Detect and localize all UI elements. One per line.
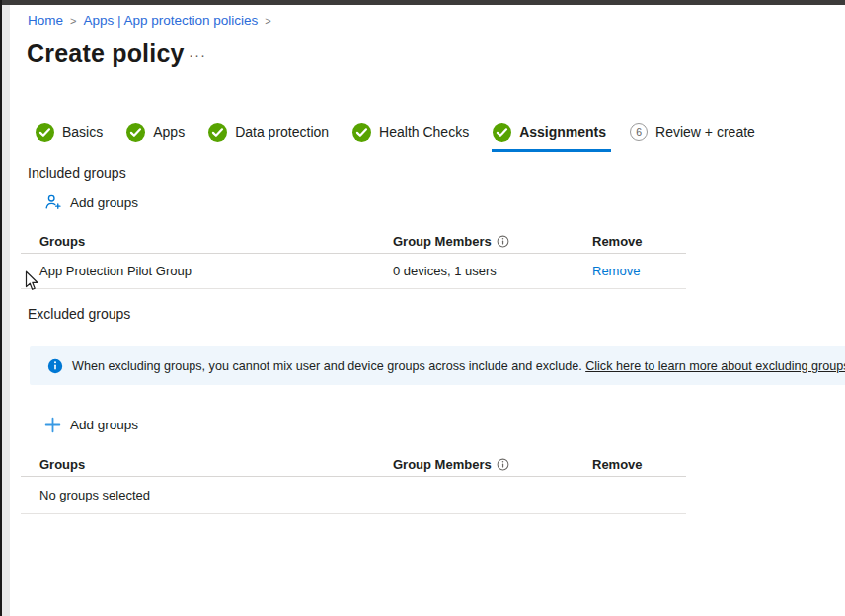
banner-message: When excluding groups, you cannot mix us… [72, 359, 845, 373]
plus-icon [43, 416, 62, 434]
tab-assignments[interactable]: Assignments [493, 123, 606, 142]
step-number-icon: 6 [630, 123, 648, 141]
page-title: Create policy [27, 39, 185, 68]
breadcrumb-home[interactable]: Home [28, 13, 63, 28]
table-header-row: Groups Group Members Remove [21, 453, 686, 477]
column-header-remove: Remove [592, 457, 686, 472]
add-excluded-groups-button[interactable]: Add groups [43, 416, 138, 434]
tab-label: Review + create [655, 124, 755, 140]
chevron-right-icon: > [63, 15, 83, 27]
included-groups-heading: Included groups [28, 165, 126, 181]
check-circle-icon [36, 123, 54, 142]
mouse-cursor [25, 270, 39, 292]
column-header-remove: Remove [592, 234, 686, 249]
no-groups-selected-text: No groups selected [39, 488, 393, 502]
remove-group-link[interactable]: Remove [592, 264, 640, 278]
info-banner: When excluding groups, you cannot mix us… [30, 346, 845, 385]
more-options-button[interactable]: ··· [189, 46, 206, 63]
tab-data-protection[interactable]: Data protection [208, 123, 329, 142]
tab-label: Apps [153, 124, 185, 140]
blade-left-gutter [2, 5, 10, 616]
group-members-cell: 0 devices, 1 users [393, 264, 592, 278]
tab-apps[interactable]: Apps [126, 123, 185, 142]
column-header-groups: Groups [39, 234, 393, 249]
column-header-group-members: Group Members [393, 457, 592, 472]
check-circle-icon [126, 123, 145, 142]
tab-basics[interactable]: Basics [36, 123, 103, 142]
chevron-right-icon: > [258, 15, 277, 27]
column-header-groups: Groups [39, 457, 393, 472]
top-border-bar [0, 0, 845, 5]
excluded-groups-heading: Excluded groups [28, 306, 130, 322]
group-name-cell: App Protection Pilot Group [39, 264, 393, 278]
check-circle-icon [493, 123, 511, 142]
add-groups-label: Add groups [70, 195, 138, 210]
breadcrumb: Home > Apps | App protection policies > [28, 13, 278, 28]
excluded-groups-table: Groups Group Members Remove No groups se… [21, 453, 686, 514]
tab-label: Data protection [235, 124, 329, 140]
tab-label: Health Checks [379, 124, 469, 140]
column-header-group-members: Group Members [393, 234, 592, 249]
add-included-groups-button[interactable]: Add groups [44, 193, 138, 211]
tab-review-create[interactable]: 6 Review + create [630, 123, 755, 141]
check-circle-icon [352, 123, 371, 142]
info-filled-icon [47, 358, 63, 374]
add-groups-label: Add groups [70, 418, 138, 432]
empty-table-row: No groups selected [21, 477, 686, 514]
info-icon[interactable] [497, 458, 509, 471]
included-groups-table: Groups Group Members Remove App Protecti… [21, 230, 686, 289]
check-circle-icon [208, 123, 227, 142]
tab-label: Basics [62, 124, 103, 140]
wizard-tab-bar: Basics Apps Data protection Health Check… [36, 119, 755, 145]
info-icon[interactable] [497, 235, 509, 248]
table-header-row: Groups Group Members Remove [21, 230, 686, 254]
tab-health-checks[interactable]: Health Checks [352, 123, 469, 142]
table-row: App Protection Pilot Group 0 devices, 1 … [21, 254, 686, 289]
tab-label: Assignments [519, 124, 606, 140]
person-add-icon [44, 193, 62, 211]
banner-learn-more-link[interactable]: Click here to learn more about excluding… [585, 359, 845, 373]
breadcrumb-apps-app-protection-policies[interactable]: Apps | App protection policies [83, 13, 258, 28]
